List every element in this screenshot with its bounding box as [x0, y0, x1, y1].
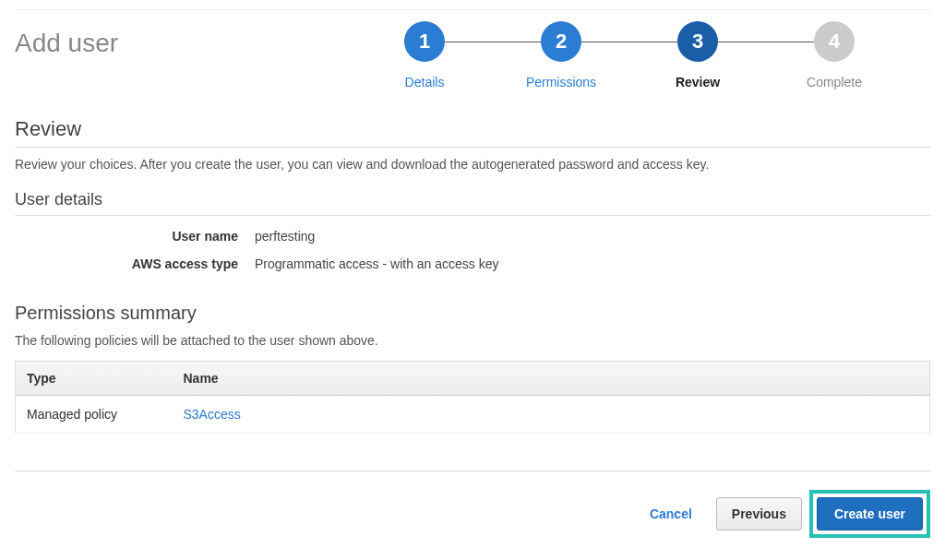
step-permissions[interactable]: 2 Permissions	[493, 21, 629, 89]
review-description: Review your choices. After you create th…	[15, 157, 930, 172]
create-user-highlight: Create user	[809, 490, 930, 538]
step-details[interactable]: 1 Details	[356, 21, 493, 89]
user-detail-value: Programmatic access - with an access key	[255, 256, 499, 271]
step-label: Review	[676, 75, 720, 89]
user-detail-row: User name perftesting	[15, 229, 930, 244]
user-detail-key: User name	[15, 229, 255, 244]
step-number-icon: 3	[677, 21, 718, 62]
step-label[interactable]: Permissions	[526, 75, 596, 89]
user-details-heading: User details	[15, 190, 930, 216]
step-complete: 4 Complete	[766, 21, 903, 89]
column-header-name[interactable]: Name	[173, 362, 930, 396]
user-detail-value: perftesting	[255, 229, 315, 244]
step-number-icon: 4	[814, 21, 855, 62]
page-title: Add user	[15, 21, 329, 58]
step-number-icon: 2	[541, 21, 581, 62]
permissions-heading: Permissions summary	[15, 303, 930, 324]
policy-type: Managed policy	[16, 396, 173, 434]
step-label[interactable]: Details	[405, 75, 445, 89]
user-detail-key: AWS access type	[15, 256, 255, 271]
wizard-stepper: 1 Details 2 Permissions 3 Review 4 Compl…	[329, 21, 930, 89]
create-user-button[interactable]: Create user	[817, 497, 923, 530]
permissions-table: Type Name Managed policy S3Access	[15, 361, 930, 434]
step-review: 3 Review	[629, 21, 766, 89]
previous-button[interactable]: Previous	[716, 497, 802, 530]
review-heading: Review	[15, 117, 930, 148]
step-label: Complete	[807, 75, 862, 89]
table-row: Managed policy S3Access	[16, 396, 930, 434]
cancel-button[interactable]: Cancel	[633, 497, 709, 530]
policy-name-link[interactable]: S3Access	[184, 407, 241, 422]
user-detail-row: AWS access type Programmatic access - wi…	[15, 256, 930, 271]
column-header-type[interactable]: Type	[16, 362, 173, 396]
step-number-icon: 1	[404, 21, 445, 62]
permissions-description: The following policies will be attached …	[15, 333, 930, 348]
wizard-footer: Cancel Previous Create user	[15, 471, 930, 538]
